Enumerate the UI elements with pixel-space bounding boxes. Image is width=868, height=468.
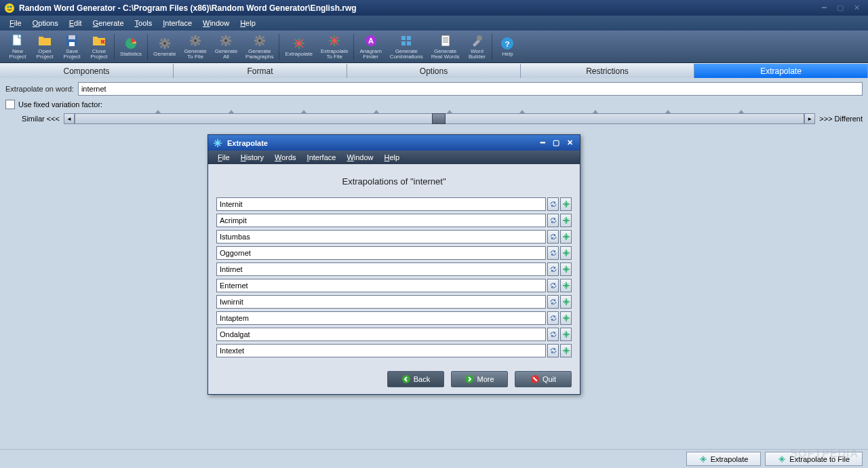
result-input[interactable] [216, 311, 546, 325]
toolbar-extrapolate[interactable]: Extrapolate [281, 32, 316, 62]
svg-point-9 [163, 42, 166, 45]
svg-rect-21 [407, 41, 411, 45]
window-title: Random Word Generator - C:\Program Files… [19, 3, 357, 13]
slider-thumb[interactable] [432, 113, 446, 124]
toolbar-separator [279, 34, 279, 60]
toolbar-generate-combinations[interactable]: GenerateCombinations [386, 32, 427, 62]
menu-edit[interactable]: Edit [64, 18, 87, 28]
result-input[interactable] [216, 214, 546, 227]
menu-window[interactable]: Window [197, 18, 235, 28]
toolbar-help[interactable]: ?Help [494, 32, 521, 62]
toolbar-word-builder[interactable]: WordBuilder [463, 32, 490, 62]
result-input[interactable] [216, 197, 546, 211]
menu-generate[interactable]: Generate [87, 18, 130, 28]
variation-slider[interactable] [75, 113, 804, 124]
footer-bar: Extrapolate Extrapolate to File [0, 449, 868, 468]
expand-icon[interactable] [560, 295, 572, 309]
toolbar-save-project[interactable]: SaveProject [58, 32, 85, 62]
refresh-icon[interactable] [547, 344, 559, 357]
result-input[interactable] [216, 230, 546, 243]
menu-help[interactable]: Help [235, 18, 261, 28]
expand-icon[interactable] [560, 311, 572, 325]
slider-left-button[interactable]: ◄ [64, 113, 75, 124]
extrapolate-icon [212, 138, 223, 149]
tab-restrictions[interactable]: Restrictions [521, 64, 694, 78]
menu-tools[interactable]: Tools [130, 18, 158, 28]
refresh-icon[interactable] [547, 295, 559, 309]
refresh-icon[interactable] [547, 230, 559, 243]
refresh-icon[interactable] [547, 311, 559, 325]
quit-button[interactable]: Quit [515, 371, 572, 387]
dialog-menu-help[interactable]: Help [379, 152, 406, 163]
toolbar-generate-to-file[interactable]: GenerateTo File [180, 32, 210, 62]
result-row [216, 295, 572, 309]
toolbar-anagram-finder[interactable]: AAnagramFinder [355, 32, 385, 62]
expand-icon[interactable] [560, 197, 572, 211]
expand-icon[interactable] [560, 262, 572, 276]
dialog-menu-words[interactable]: Words [269, 152, 302, 163]
toolbar-extrapolate-to-file[interactable]: ExtrapolateTo File [317, 32, 352, 62]
tab-components[interactable]: Components [0, 64, 174, 78]
result-input[interactable] [216, 295, 546, 309]
toolbar-generate-paragraphs[interactable]: GenerateParagraphs [241, 32, 277, 62]
dialog-maximize-button[interactable]: ▢ [550, 138, 562, 149]
toolbar-generate-all[interactable]: GenerateAll [211, 32, 241, 62]
extrapolate-word-input[interactable] [78, 82, 863, 96]
result-row [216, 311, 572, 325]
menu-options[interactable]: Options [27, 18, 64, 28]
result-input[interactable] [216, 328, 546, 341]
dialog-heading: Extrapolations of "internet" [216, 176, 572, 187]
dialog-minimize-button[interactable]: ━ [536, 138, 549, 149]
toolbar-open-project[interactable]: OpenProject [31, 32, 58, 62]
toolbar-generate[interactable]: Generate [149, 32, 180, 62]
close-button[interactable]: ✕ [849, 3, 864, 14]
dialog-menu-history[interactable]: History [235, 152, 269, 163]
tab-content: Extrapolate on word: Use fixed variation… [0, 78, 868, 128]
tab-extrapolate[interactable]: Extrapolate [694, 64, 868, 78]
expand-icon[interactable] [560, 344, 572, 357]
expand-icon[interactable] [560, 230, 572, 243]
refresh-icon[interactable] [547, 328, 559, 341]
expand-icon[interactable] [560, 279, 572, 292]
tab-format[interactable]: Format [174, 64, 347, 78]
expand-icon[interactable] [560, 214, 572, 227]
dialog-menu-file[interactable]: File [212, 152, 235, 163]
toolbar-separator [492, 34, 492, 60]
refresh-icon[interactable] [547, 246, 559, 260]
svg-rect-19 [407, 36, 411, 40]
fixed-factor-label: Use fixed variation factor: [18, 100, 102, 109]
dialog-menu-window[interactable]: Window [341, 152, 378, 163]
back-button[interactable]: Back [387, 371, 444, 387]
refresh-icon[interactable] [547, 214, 559, 227]
watermark: SOFTPEDIA [790, 448, 859, 460]
result-input[interactable] [216, 344, 546, 357]
refresh-icon[interactable] [547, 262, 559, 276]
toolbar-close-project[interactable]: CloseProject [85, 32, 113, 62]
slider-right-button[interactable]: ► [804, 113, 815, 124]
toolbar-separator [114, 34, 115, 60]
toolbar-new-project[interactable]: NewProject [4, 32, 31, 62]
maximize-button[interactable]: ▢ [833, 3, 848, 14]
svg-point-0 [5, 3, 14, 13]
expand-icon[interactable] [560, 246, 572, 260]
menu-interface[interactable]: Interface [157, 18, 197, 28]
minimize-button[interactable]: ━ [816, 3, 831, 14]
more-button[interactable]: More [451, 371, 508, 387]
fixed-factor-checkbox[interactable] [5, 100, 15, 109]
tab-options[interactable]: Options [347, 64, 521, 78]
result-input[interactable] [216, 262, 546, 276]
result-input[interactable] [216, 246, 546, 260]
toolbar-statistics[interactable]: Statistics [116, 32, 146, 62]
result-input[interactable] [216, 279, 546, 292]
back-arrow-icon [401, 374, 411, 384]
refresh-icon[interactable] [547, 279, 559, 292]
dialog-close-button[interactable]: ✕ [564, 138, 576, 149]
extrapolate-button[interactable]: Extrapolate [686, 452, 762, 466]
result-row [216, 344, 572, 357]
expand-icon[interactable] [560, 328, 572, 341]
toolbar-generate-real-words[interactable]: GenerateReal Words [427, 32, 464, 62]
refresh-icon[interactable] [547, 197, 559, 211]
dialog-menu-interface[interactable]: Interface [302, 152, 342, 163]
menu-file[interactable]: File [4, 18, 27, 28]
extrapolate-dialog: Extrapolate ━ ▢ ✕ FileHistoryWordsInterf… [208, 134, 580, 395]
